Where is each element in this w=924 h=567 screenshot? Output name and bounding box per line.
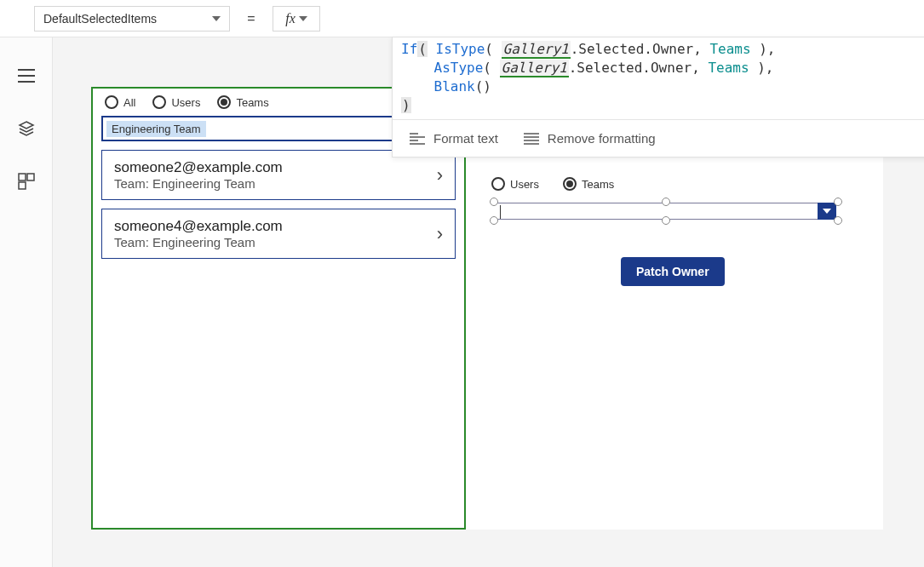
radio-label: All — [123, 96, 135, 109]
right-radio-group: Users Teams — [491, 177, 626, 191]
main-area: If( IsType( Gallery1.Selected.Owner, Tea… — [0, 37, 924, 567]
svg-rect-1 — [27, 174, 34, 180]
property-selector[interactable]: DefaultSelectedItems — [34, 6, 230, 32]
radio-teams[interactable]: Teams — [217, 95, 268, 109]
svg-rect-0 — [19, 174, 26, 180]
resize-handle[interactable] — [834, 198, 842, 206]
svg-rect-2 — [19, 182, 26, 189]
remove-formatting-button[interactable]: Remove formatting — [524, 131, 656, 146]
components-icon[interactable] — [17, 172, 36, 191]
resize-handle[interactable] — [490, 216, 498, 225]
combobox-value: Engineering Team — [106, 121, 206, 137]
item-title: someone2@example.com — [114, 159, 283, 176]
resize-handle[interactable] — [490, 198, 498, 206]
patch-owner-button[interactable]: Patch Owner — [621, 257, 725, 286]
property-name: DefaultSelectedItems — [43, 12, 157, 26]
radio-icon — [563, 177, 577, 191]
item-subtitle: Team: Engineering Team — [114, 176, 283, 191]
selected-combobox[interactable] — [483, 198, 849, 225]
radio-label: Users — [510, 178, 539, 191]
radio-users[interactable]: Users — [152, 95, 200, 109]
format-text-button[interactable]: Format text — [410, 131, 498, 146]
combobox-dropdown-button[interactable] — [818, 203, 836, 220]
radio-icon — [491, 177, 505, 191]
chevron-right-icon: › — [437, 223, 443, 245]
resize-handle[interactable] — [834, 216, 842, 225]
item-subtitle: Team: Engineering Team — [114, 235, 283, 249]
fx-icon: fx — [285, 11, 296, 26]
formula-toolbar: Format text Remove formatting — [393, 119, 924, 157]
radio-icon — [217, 95, 231, 109]
radio-users-right[interactable]: Users — [491, 177, 539, 191]
radio-label: Users — [171, 96, 200, 109]
item-title: someone4@example.com — [114, 218, 283, 235]
radio-icon — [105, 95, 118, 109]
chevron-down-icon — [212, 16, 221, 21]
remove-formatting-label: Remove formatting — [548, 131, 656, 146]
chevron-right-icon: › — [437, 164, 443, 186]
gallery-item[interactable]: someone4@example.com Team: Engineering T… — [101, 209, 456, 259]
formula-editor-popup: If( IsType( Gallery1.Selected.Owner, Tea… — [392, 37, 924, 158]
text-cursor — [500, 205, 501, 219]
left-nav-rail — [0, 37, 53, 567]
radio-teams-right[interactable]: Teams — [563, 177, 614, 191]
hamburger-icon[interactable] — [17, 66, 36, 85]
resize-handle[interactable] — [662, 216, 670, 225]
radio-icon — [152, 95, 166, 109]
resize-handle[interactable] — [662, 198, 670, 206]
fx-button[interactable]: fx — [273, 6, 320, 32]
canvas-wrapper: If( IsType( Gallery1.Selected.Owner, Tea… — [53, 37, 924, 567]
format-text-label: Format text — [433, 131, 498, 146]
equals-label: = — [238, 11, 264, 26]
radio-label: Teams — [236, 96, 268, 109]
chevron-down-icon — [299, 16, 307, 21]
formula-code[interactable]: If( IsType( Gallery1.Selected.Owner, Tea… — [393, 37, 924, 119]
layers-icon[interactable] — [17, 119, 36, 138]
radio-all[interactable]: All — [105, 95, 135, 109]
remove-formatting-icon — [524, 133, 539, 145]
format-text-icon — [410, 133, 425, 145]
radio-label: Teams — [582, 178, 614, 191]
chevron-down-icon — [823, 209, 831, 214]
property-bar: DefaultSelectedItems = fx — [0, 0, 924, 37]
